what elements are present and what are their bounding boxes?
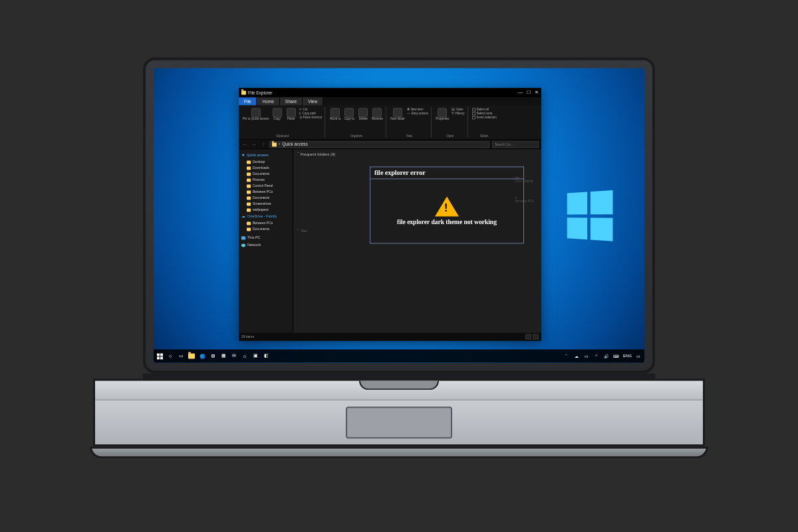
tab-home[interactable]: Home (257, 97, 279, 105)
breadcrumb[interactable]: › Quick access (269, 141, 489, 148)
taskbar-app[interactable]: ▣ (252, 352, 259, 359)
section-recent: ˃ Rec (297, 229, 307, 233)
copypath-button[interactable]: ⎘ Copy path (299, 112, 323, 115)
laptop-notch (359, 380, 439, 390)
error-dialog: file explorer error file explorer dark t… (370, 166, 524, 243)
tray-notifications[interactable]: ▭ (635, 352, 642, 359)
copy-button[interactable]: Copy (271, 108, 283, 121)
sidebar-item[interactable]: Desktop (240, 159, 291, 164)
rename-button[interactable]: Rename (371, 108, 383, 121)
error-message: file explorer dark theme not working (397, 219, 497, 225)
file-explorer-window: File Explorer — ☐ ✕ File Home Share View (239, 88, 541, 340)
sidebar-thispc[interactable]: This PC (240, 234, 291, 241)
taskbar-mail[interactable]: ✉ (231, 352, 237, 359)
nav-up[interactable]: ↑ (260, 142, 267, 146)
sidebar-item[interactable]: Downloads (240, 165, 291, 170)
sidebar-item[interactable]: Documents (240, 195, 291, 200)
section-frequent: ˅ Frequent folders (9) (297, 152, 537, 156)
status-item-count: 29 items (241, 334, 254, 338)
paste-button[interactable]: Paste (285, 108, 297, 121)
history-button[interactable]: ↻ History (452, 112, 465, 115)
maximize-button[interactable]: ☐ (527, 90, 531, 95)
minimize-button[interactable]: — (518, 90, 523, 95)
taskbar-store[interactable]: ⌂ (241, 352, 248, 359)
desktop: File Explorer — ☐ ✕ File Home Share View (154, 68, 644, 362)
windows-logo (567, 190, 613, 241)
laptop-palmrest (93, 400, 705, 446)
taskbar-explorer[interactable] (188, 352, 195, 359)
moveto-button[interactable]: Move to (329, 108, 341, 121)
app-icon (241, 90, 246, 94)
taskbar-photos[interactable]: ▦ (220, 352, 227, 359)
warning-icon (435, 196, 459, 216)
invertselection-button[interactable]: Invert selection (472, 116, 497, 119)
tab-file[interactable]: File (239, 97, 257, 105)
open-button[interactable]: ▤ Open (452, 108, 465, 111)
tray-chevron[interactable]: ˄ (563, 352, 570, 359)
search-input[interactable]: Search Qu... (492, 141, 539, 148)
tray-network[interactable]: ⌔ (593, 352, 600, 359)
trackpad (346, 406, 452, 438)
taskbar-edge[interactable] (199, 352, 205, 359)
sidebar-onedrive[interactable]: ☁ OneDrive - Family (240, 213, 291, 219)
tray-language[interactable]: ENG (623, 354, 632, 358)
sidebar-item[interactable]: Control Panel (240, 183, 291, 188)
sidebar-item[interactable]: Documents (240, 171, 291, 176)
close-button[interactable]: ✕ (535, 90, 539, 95)
status-bar: 29 items (239, 332, 541, 340)
address-bar: ← → ↑ › Quick access Search Qu... (239, 140, 541, 149)
newfolder-button[interactable]: New folder (390, 108, 405, 121)
laptop-hinge (143, 373, 655, 378)
pasteshortcut-button[interactable]: ⇲ Paste shortcut (299, 116, 323, 119)
screen-bezel: File Explorer — ☐ ✕ File Home Share View (143, 57, 655, 373)
sidebar-quickaccess[interactable]: ★ Quick access (240, 152, 291, 158)
easyaccess-button[interactable]: ⋯ Easy access (407, 112, 428, 115)
sidebar-item[interactable]: Between PCs (240, 220, 291, 225)
tab-view[interactable]: View (303, 97, 323, 105)
content-pane[interactable]: ˅ Frequent folders (9) nts Drive - Famil… (293, 149, 541, 332)
nav-fwd[interactable]: → (251, 142, 257, 146)
sidebar-network[interactable]: Network (240, 241, 291, 248)
sidebar-item[interactable]: Between PCs (240, 189, 291, 194)
tray-battery[interactable]: ▭ (583, 352, 590, 359)
laptop-keyboard-deck (93, 378, 705, 400)
taskbar-app2[interactable]: ◧ (263, 352, 269, 359)
delete-button[interactable]: Delete (357, 108, 369, 121)
laptop-front-edge (90, 446, 708, 458)
titlebar[interactable]: File Explorer — ☐ ✕ (239, 88, 541, 97)
tray-volume[interactable]: 🔊 (603, 352, 610, 359)
error-title: file explorer error (370, 167, 523, 179)
tray-keyboard[interactable]: ⌨ (613, 352, 620, 359)
taskbar-security[interactable]: ⛨ (209, 352, 216, 359)
selectall-button[interactable]: Select all (472, 108, 497, 111)
folder-icon (272, 142, 277, 146)
view-details[interactable] (525, 334, 531, 339)
navigation-pane[interactable]: ★ Quick access Desktop Downloads Documen… (239, 149, 293, 332)
copyto-button[interactable]: Copy to (343, 108, 355, 121)
tray-onedrive[interactable]: ☁ (573, 352, 580, 359)
window-title: File Explorer (248, 90, 272, 95)
newitem-button[interactable]: ✚ New item (407, 108, 428, 111)
cut-button[interactable]: ✂ Cut (299, 108, 323, 111)
sidebar-item[interactable]: Documents (240, 226, 291, 231)
ribbon-tabs: File Home Share View (239, 97, 541, 105)
sidebar-item[interactable]: Pictures (240, 177, 291, 182)
pin-button[interactable]: Pin to Quick access (243, 108, 269, 121)
properties-button[interactable]: Properties (436, 108, 450, 121)
selectnone-button[interactable]: Select none (472, 112, 497, 115)
tab-share[interactable]: Share (280, 97, 303, 105)
sidebar-item[interactable]: wallpapers (240, 207, 291, 212)
ribbon: Pin to Quick access Copy Paste ✂ Cut ⎘ C… (239, 105, 541, 140)
taskbar[interactable]: ○ ▭ ⛨ ▦ ✉ ⌂ ▣ ◧ ˄ ☁ ▭ ⌔ 🔊 ⌨ (154, 349, 644, 362)
taskview-icon[interactable]: ▭ (178, 352, 184, 359)
nav-back[interactable]: ← (241, 142, 248, 146)
start-button[interactable] (156, 352, 163, 359)
search-icon[interactable]: ○ (167, 352, 174, 359)
view-icons[interactable] (533, 334, 539, 339)
laptop-device: File Explorer — ☐ ✕ File Home Share View (143, 57, 655, 458)
sidebar-item[interactable]: Screenshots (240, 201, 291, 206)
